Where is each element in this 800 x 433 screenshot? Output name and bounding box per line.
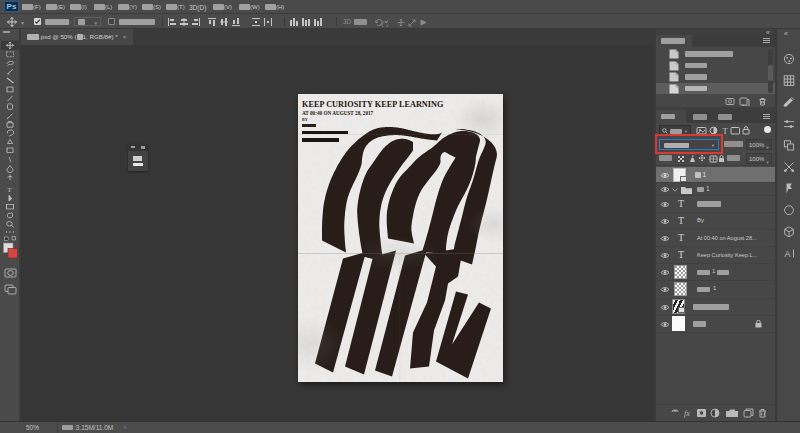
svg-text:T: T xyxy=(723,126,729,135)
svg-text:fx: fx xyxy=(684,409,690,418)
svg-text:T: T xyxy=(7,186,12,193)
svg-text:A: A xyxy=(785,249,791,259)
